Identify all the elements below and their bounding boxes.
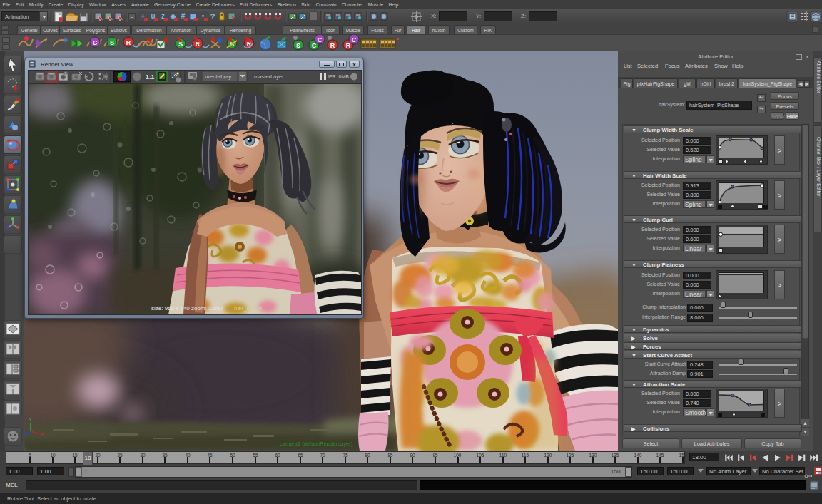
svg-text:1:1: 1:1 — [146, 73, 155, 81]
svg-text:masterLayer: masterLayer — [254, 73, 284, 80]
svg-text:R: R — [330, 42, 335, 49]
svg-text:IPR: 0MB: IPR: 0MB — [328, 74, 349, 79]
svg-text:C: C — [318, 36, 323, 43]
svg-text:X: X — [40, 431, 44, 438]
svg-text:C: C — [352, 36, 357, 43]
svg-text:size: 960 x 540 zoom: 1.000: size: 960 x 540 zoom: 1.000 — [151, 305, 223, 312]
svg-text:Y: Y — [29, 416, 33, 423]
svg-text:mental ray: mental ray — [205, 73, 231, 80]
svg-text:S: S — [296, 42, 300, 49]
svg-text:C: C — [93, 39, 98, 46]
svg-text:camera1 (defaultRenderLayer): camera1 (defaultRenderLayer) — [280, 441, 353, 447]
svg-text:R: R — [126, 39, 131, 46]
svg-text:S: S — [110, 39, 114, 46]
svg-text:hair_test.iff: hair_test.iff — [234, 305, 263, 312]
